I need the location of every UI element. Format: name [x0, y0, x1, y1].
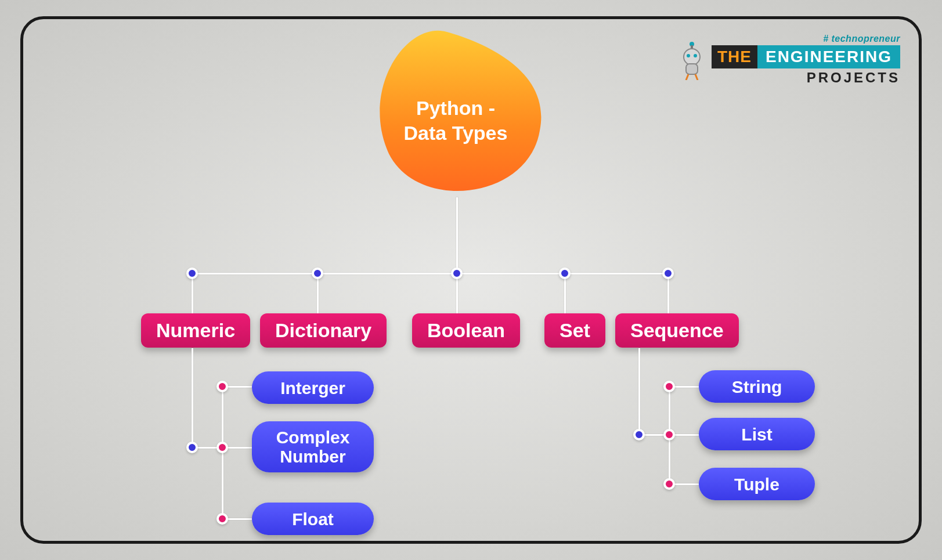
- category-set: Set: [544, 313, 605, 348]
- subtype-integer: Interger: [252, 371, 374, 404]
- logo-projects: PROJECTS: [807, 70, 900, 86]
- category-numeric: Numeric: [141, 313, 250, 348]
- subtype-tuple: Tuple: [699, 468, 815, 500]
- subtype-complex: Complex Number: [252, 421, 374, 472]
- category-dictionary: Dictionary: [260, 313, 387, 348]
- robot-icon: [678, 39, 706, 80]
- svg-rect-5: [686, 64, 698, 74]
- category-boolean: Boolean: [412, 313, 520, 348]
- connector: [192, 273, 667, 274]
- connector: [638, 348, 640, 435]
- node-dot: [216, 513, 228, 525]
- connector: [192, 348, 193, 447]
- logo-engineering: ENGINEERING: [757, 45, 900, 68]
- svg-point-3: [687, 54, 690, 57]
- brand-logo: # technopreneur THE ENGINEERING PROJECTS: [678, 34, 900, 86]
- node-dot: [216, 442, 228, 453]
- node-dot: [663, 478, 675, 490]
- subtype-float: Float: [252, 503, 374, 535]
- node-dot: [186, 268, 198, 279]
- svg-point-4: [694, 54, 697, 57]
- node-dot: [559, 268, 571, 279]
- root-line1: Python -: [416, 97, 495, 119]
- connector: [456, 197, 458, 273]
- node-dot: [633, 429, 645, 440]
- node-dot: [662, 268, 674, 279]
- root-line2: Data Types: [404, 122, 508, 144]
- node-dot: [216, 381, 228, 392]
- node-dot: [312, 268, 323, 279]
- subtype-list: List: [699, 418, 815, 450]
- node-dot: [186, 442, 198, 453]
- logo-the: THE: [712, 45, 757, 68]
- root-label: Python - Data Types: [389, 96, 522, 145]
- svg-point-2: [684, 49, 700, 65]
- node-dot: [663, 429, 675, 440]
- category-sequence: Sequence: [615, 313, 739, 348]
- logo-tagline: # technopreneur: [823, 34, 900, 44]
- node-dot: [663, 381, 675, 392]
- subtype-string: String: [699, 370, 815, 403]
- node-dot: [451, 268, 463, 279]
